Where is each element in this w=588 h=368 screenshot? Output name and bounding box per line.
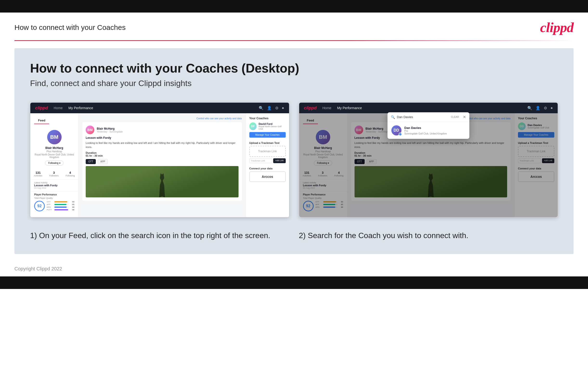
settings-icon-nav[interactable]: ⚙ [275,106,279,110]
arccos-box-1[interactable]: Arccos [249,171,286,182]
perf-subtitle-1: Total Player Quality [34,197,74,199]
perf-title-1: Player Performance [34,193,74,196]
perf-bar-putt-1: PUTT 96 [47,209,74,211]
app-logo-2: clippd [304,106,317,110]
golf-image-1 [86,166,238,197]
app-nav-1: clippd Home My Performance 🔍 👤 ⚙ ● [30,103,289,113]
app-nav-icons-2: 🔍 👤 ⚙ ● [527,106,553,110]
avatar-icon-nav-2[interactable]: ● [551,106,553,110]
perf-track-ott-1 [54,201,69,202]
trackman-title-1: Upload a Trackman Test [249,141,286,144]
top-bar [0,0,588,12]
search-result-name-2: Dan Davies [404,126,447,130]
post-name-1: Blair McHarg [97,127,123,130]
avatar-icon-nav[interactable]: ● [282,106,284,110]
search-icon-overlay-2: 🔍 [391,115,395,119]
perf-fill-putt-1 [54,209,68,210]
coach-name-1: David Ford [258,122,285,125]
screenshot-1: clippd Home My Performance 🔍 👤 ⚙ ● Feed [30,102,289,217]
stats-row-1: 131 Activities 3 Followers 4 Following [30,171,78,177]
coach-item-1: DF David Ford Royal North Devon Golf Clu… [249,122,286,130]
score-val-1: 92 [37,204,42,208]
stat-following-val-1: 4 [65,171,75,175]
control-link-1[interactable]: Control who can see your activity and da… [82,117,242,120]
post-btn-ott-1[interactable]: OTT [86,159,96,164]
player-perf-1: Player Performance Total Player Quality … [30,191,78,213]
feed-tab-1[interactable]: Feed [34,117,49,124]
search-overlay-2: 🔍 CLEAR ✕ DD ✓ Dan Davies Pro S [387,112,469,139]
perf-track-app-1 [54,204,69,205]
trackman-section-1: Upload a Trackman Test Trackman Link Tra… [249,141,286,163]
profile-detail2-1: Royal North Devon Golf Club, United King… [34,153,74,159]
post-header-1: BM Blair McHarg Yesterday · Sunningdale [86,126,238,134]
coach-avatar-1: DF [249,122,257,130]
search-result-role-2: Pro [404,130,447,132]
verified-badge-2: ✓ [399,133,402,136]
trackman-box-1: Trackman Link [249,146,286,157]
app-mockup-2: clippd Home My Performance 🔍 👤 ⚙ ● 🔍 [299,103,558,217]
nav-home-2[interactable]: Home [323,106,331,110]
perf-track-putt-1 [54,209,69,210]
nav-my-performance-1[interactable]: My Performance [68,106,93,110]
activity-label-1: Latest Activity [34,182,74,184]
trackman-input-1[interactable]: Trackman Link [249,158,272,163]
perf-bar-app-1: APP 85 [47,203,74,206]
coach-info-1: David Ford Royal North Devon Golf Club [258,122,285,130]
post-avatar-1: BM [86,126,94,134]
post-title-1: Lesson with Fordy [86,136,238,139]
perf-bar-arg-1: ARG 86 [47,206,74,208]
perf-track-arg-1 [54,207,69,208]
perf-label-app-1: APP [47,203,53,206]
post-buttons-1: OTT APP [86,159,238,164]
profile-icon-nav[interactable]: 👤 [267,106,272,110]
perf-val-arg-1: 86 [70,206,74,208]
header-divider [14,40,574,41]
search-icon-nav-2[interactable]: 🔍 [527,106,532,110]
coach-club-1: Royal North Devon Golf Club [258,125,285,130]
profile-card-1: BM Blair McHarg Plus Handicap Royal Nort… [30,127,78,168]
perf-val-app-1: 85 [70,203,74,206]
step-labels: 1) On your Feed, click on the search ico… [30,231,558,241]
step-2-text: 2) Search for the Coach you wish to conn… [299,231,558,241]
page-title: How to connect with your Coaches [14,23,126,32]
stat-followers-label-1: Followers [49,175,59,177]
coaches-panel-1: Your Coaches DF David Ford Royal North D… [246,113,289,217]
stat-activities-val-1: 131 [34,171,42,175]
post-duration-1: Duration 01 hr : 30 min [86,151,238,157]
stat-followers-1: 3 Followers [49,171,59,177]
perf-fill-arg-1 [54,207,67,208]
search-input-overlay-2[interactable] [397,115,449,119]
main-content: How to connect with your Coaches (Deskto… [14,48,574,254]
trackman-add-btn-1[interactable]: Add Link [273,158,285,163]
latest-activity-1: Latest Activity Lesson with Fordy 03 Aug… [30,179,78,191]
post-btn-app-1[interactable]: APP [98,159,108,164]
activity-title-1: Lesson with Fordy [34,184,74,187]
stat-followers-val-1: 3 [49,171,59,175]
search-result-club-2: Sunningdale Golf Club, United Kingdom [404,132,447,135]
footer: Copyright Clippd 2022 [0,261,588,276]
duration-val-1: 01 hr : 30 min [86,154,103,157]
perf-bars-1: OTT 90 APP 85 [47,201,74,211]
profile-icon-nav-2[interactable]: 👤 [535,106,540,110]
screenshot-2: clippd Home My Performance 🔍 👤 ⚙ ● 🔍 [299,102,558,217]
app-main-1: Control who can see your activity and da… [79,113,246,217]
perf-fill-ott-1 [54,201,67,202]
logo-text: clippd [540,19,574,35]
settings-icon-nav-2[interactable]: ⚙ [544,106,547,110]
search-result-avatar-2: DD ✓ [391,125,402,135]
header: How to connect with your Coaches clippd [0,12,588,36]
search-close-btn-2[interactable]: ✕ [463,115,466,119]
main-subtitle: Find, connect and share your Clippd insi… [30,79,558,88]
search-result-2[interactable]: DD ✓ Dan Davies Pro Sunningdale Golf Clu… [387,122,469,139]
post-card-1: BM Blair McHarg Yesterday · Sunningdale … [82,122,242,201]
nav-home-1[interactable]: Home [54,106,62,110]
perf-val-ott-1: 90 [70,201,74,203]
post-meta-1: Blair McHarg Yesterday · Sunningdale [97,127,123,133]
search-icon-nav[interactable]: 🔍 [259,106,263,110]
following-btn-1[interactable]: Following ▾ [45,160,63,166]
profile-detail1-1: Plus Handicap [34,150,74,153]
search-clear-btn-2[interactable]: CLEAR [451,116,459,118]
nav-my-performance-2[interactable]: My Performance [337,106,362,110]
perf-val-putt-1: 96 [70,209,74,211]
manage-coaches-btn-1[interactable]: Manage Your Coaches [249,132,286,138]
